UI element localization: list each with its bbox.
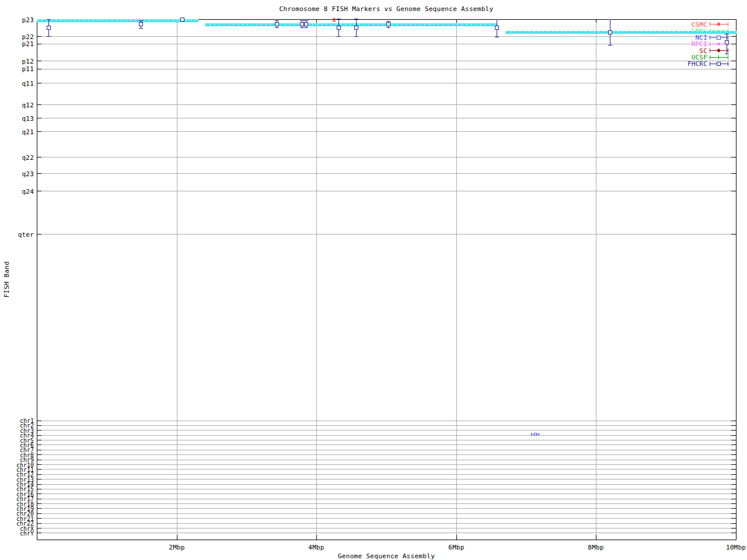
y-gridline [37, 435, 736, 436]
y-gridline [37, 533, 736, 533]
plot-border-bottom [37, 540, 736, 540]
y-tick-right [731, 421, 736, 421]
x-tick-label: 8Mbp [578, 544, 614, 551]
fhcrc-errorcap [304, 27, 308, 28]
legend-sample-cap [728, 48, 728, 52]
x-tick-bottom [177, 535, 177, 540]
y-tick-left [37, 444, 41, 445]
fhcrc-point [354, 26, 358, 30]
y-tick-label: q22 [0, 154, 34, 162]
y-tick-left [37, 513, 41, 514]
y-tick-right [731, 528, 736, 528]
y-gridline [37, 118, 736, 118]
y-tick-left [37, 474, 41, 475]
y-tick-label: q12 [0, 102, 34, 109]
plot-border-left [37, 19, 37, 540]
y-tick-right [731, 454, 736, 455]
y-tick-left [37, 131, 41, 132]
y-tick-right [731, 104, 736, 105]
y-gridline [37, 518, 736, 519]
legend-sample-cap [728, 36, 728, 40]
nci-point [534, 433, 537, 436]
y-gridline [37, 430, 736, 430]
y-tick-left [37, 460, 41, 460]
y-gridline [37, 469, 736, 470]
y-tick-left [37, 430, 41, 430]
fhcrc-errorcap [47, 19, 51, 20]
fhcrc-point [180, 18, 184, 22]
nci-errorcap [531, 433, 532, 436]
x-gridline [596, 19, 596, 540]
x-tick-label: 10Mbp [718, 544, 747, 551]
y-tick-label: qter [0, 231, 34, 239]
fhcrc-errorcap [139, 20, 143, 21]
y-tick-left [37, 421, 41, 421]
y-tick-right [731, 234, 736, 235]
y-gridline [37, 61, 736, 61]
y-tick-left [37, 479, 41, 480]
y-tick-left [37, 44, 41, 44]
y-tick-left [37, 464, 41, 465]
lbnl-band-dashes [205, 24, 497, 24]
x-tick-label: 2Mbp [159, 544, 195, 551]
y-tick-left [37, 499, 41, 499]
y-gridline [37, 450, 736, 450]
y-axis-label: FISH Band [3, 256, 10, 303]
y-tick-left [37, 528, 41, 528]
y-tick-right [731, 191, 736, 191]
y-tick-left [37, 425, 41, 426]
y-tick-right [731, 494, 736, 494]
fhcrc-errorcap [139, 28, 143, 29]
y-tick-left [37, 503, 41, 504]
fhcrc-point [725, 40, 729, 44]
legend-sc-marker [716, 48, 720, 52]
y-tick-label: p21 [0, 40, 34, 48]
fhcrc-errorcap [386, 21, 390, 22]
y-tick-label: q24 [0, 188, 34, 195]
y-tick-left [37, 494, 41, 494]
y-gridline [37, 36, 736, 37]
y-gridline [37, 494, 736, 494]
y-tick-label: q13 [0, 115, 34, 123]
chart-canvas: Chromosome 8 FISH Markers vs Genome Sequ… [0, 0, 747, 560]
y-gridline [37, 173, 736, 174]
legend-sample-cap [710, 48, 710, 52]
fhcrc-errorcap [608, 45, 612, 46]
lbnl-band-dashes [37, 20, 198, 20]
y-tick-right [731, 523, 736, 524]
fhcrc-point [275, 22, 279, 26]
y-gridline [37, 131, 736, 132]
y-gridline [37, 503, 736, 504]
x-tick-bottom [456, 535, 457, 540]
fhcrc-point [304, 22, 308, 26]
y-tick-right [731, 444, 736, 445]
y-gridline [37, 454, 736, 455]
y-gridline [37, 104, 736, 105]
fhcrc-errorcap [725, 54, 729, 54]
y-tick-label: q11 [0, 80, 34, 88]
y-tick-left [37, 83, 41, 83]
y-tick-left [37, 191, 41, 191]
y-tick-left [37, 523, 41, 524]
y-tick-left [37, 469, 41, 470]
y-tick-left [37, 104, 41, 105]
y-gridline [37, 528, 736, 528]
fhcrc-errorcap [354, 36, 358, 37]
y-tick-left [37, 484, 41, 485]
legend-nci-marker [717, 36, 721, 40]
x-gridline [177, 19, 177, 540]
y-tick-right [731, 508, 736, 509]
y-gridline [37, 44, 736, 44]
fhcrc-errorcap [304, 20, 308, 21]
y-tick-right [731, 435, 736, 436]
y-tick-right [731, 44, 736, 44]
y-tick-right [731, 489, 736, 489]
y-tick-left [37, 533, 41, 533]
y-gridline [37, 484, 736, 485]
fhcrc-point [300, 22, 304, 26]
fhcrc-errorcap [608, 19, 612, 20]
x-gridline [456, 19, 457, 540]
plot-border-right [736, 19, 736, 540]
y-gridline [37, 421, 736, 421]
fhcrc-errorcap [495, 37, 499, 37]
